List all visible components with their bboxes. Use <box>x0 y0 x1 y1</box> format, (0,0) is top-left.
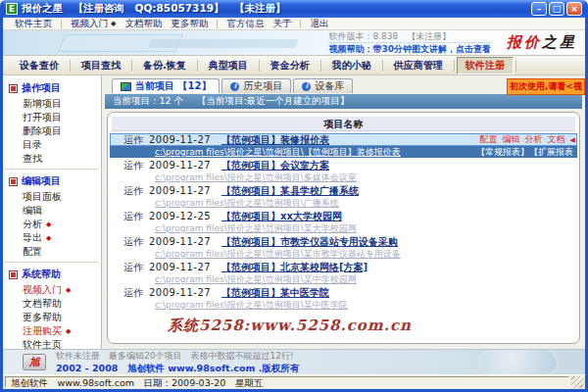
table-row-main[interactable]: 运作 2009-11-27 【范例项目】市教学仪器站专用设备采购 <box>110 235 577 248</box>
sidebar-item-register-buy[interactable]: 注册购买◆ <box>3 324 101 338</box>
menu-item-about[interactable]: 关于 <box>272 18 291 30</box>
version-text: 软件版本：8.838 【未注册】 <box>328 30 491 43</box>
section-bullet-icon <box>9 270 18 279</box>
action-configure[interactable]: 配置 <box>480 133 498 146</box>
project-name-link[interactable]: 【范例项目】北京某校网络[方案] <box>221 261 368 274</box>
toolbar-software-register-button[interactable]: 软件注册 <box>457 57 514 74</box>
tab-device-library[interactable]: i 设备库 <box>293 78 353 93</box>
project-path-link[interactable]: c:\program files\报价之星\范例项目\某中学校园网 <box>155 274 357 284</box>
project-table: 项目名称 运作 2009-11-27 【范例项目】装修报价表 配置 编辑 分析 … <box>107 112 580 344</box>
menu-label: 官方信息 <box>226 18 264 30</box>
sidebar-section-help: 系统帮助 <box>3 266 101 283</box>
minimize-icon[interactable]: – <box>531 2 547 16</box>
toolbar-supplier-mgmt-button[interactable]: 供应商管理 <box>385 57 452 74</box>
toolbar-separator <box>382 60 383 72</box>
sidebar-item-open-project[interactable]: 打开项目 <box>3 111 101 124</box>
sidebar-item-project-panel[interactable]: 项目面板 <box>3 190 101 204</box>
project-path-link[interactable]: c:\program files\报价之星\范例项目\某大学校园网 <box>155 223 357 233</box>
report-links[interactable]: 【常规报表】【扩展报表 <box>476 146 573 158</box>
toolbar-separator <box>131 60 132 72</box>
action-document[interactable]: 文档 <box>548 133 565 146</box>
sidebar-item-more-help[interactable]: 更多帮助 <box>3 311 101 324</box>
maximize-icon[interactable]: □ <box>549 2 564 16</box>
menu-item-official-info[interactable]: 官方信息 <box>226 18 264 30</box>
row-date: 2009-11-27 <box>149 236 221 247</box>
project-name-link[interactable]: 【范例项目】市教学仪器站专用设备采购 <box>221 235 398 249</box>
sidebar-item-find[interactable]: 查找 <box>3 152 101 166</box>
project-name-link[interactable]: 【范例项目】某县学校广播系统 <box>221 184 359 198</box>
toolbar-project-search-button[interactable]: 项目查找 <box>73 57 129 74</box>
sidebar-item-doc-help[interactable]: 文档帮助 <box>3 297 101 311</box>
toolbar-separator <box>259 60 260 72</box>
toolbar-separator <box>515 60 516 72</box>
table-row-main-selected[interactable]: 运作 2009-11-27 【范例项目】装修报价表 配置 编辑 分析 文档 ◀ <box>110 133 577 146</box>
project-path-link[interactable]: c:\program files\报价之星\范例项目\广播系统 <box>155 198 339 208</box>
table-row: 运作 2009-11-27 【范例项目】市教学仪器站专用设备采购 c:\prog… <box>110 235 577 260</box>
sidebar-item-video-intro[interactable]: 视频入门◆ <box>3 283 101 297</box>
table-row-main[interactable]: 运作 2009-11-27 【范例项目】某中医学院 <box>110 286 577 299</box>
section-title: 系统帮助 <box>22 268 61 281</box>
menu-item-video-intro[interactable]: 视频入门◆ <box>71 18 116 30</box>
project-path-link[interactable]: c:\program files\报价之星\范例项目\【范例项目】装修报价表 <box>155 146 401 158</box>
video-help-link[interactable]: 视频帮助：带30分钟图文讲解，点击查看 <box>328 43 491 55</box>
project-path-link[interactable]: c:\program files\报价之星\范例项目\某市教学仪器站专用设备 <box>155 249 401 259</box>
action-analyze[interactable]: 分析 <box>525 133 543 146</box>
vendor-copyright-link[interactable]: 2002 - 2008 旭创软件 www.98soft.com .版权所有 <box>56 363 299 375</box>
sidebar-item-export[interactable]: 导出◆ <box>3 231 101 245</box>
table-row-path: c:\program files\报价之星\范例项目\广播系统 <box>110 197 577 209</box>
diamond-icon: ◆ <box>66 324 71 338</box>
table-row: 运作 2009-11-27 【范例项目】会议室方案 c:\program fil… <box>110 159 577 183</box>
row-status: 运作 <box>123 261 149 274</box>
project-path-link[interactable]: c:\program files\报价之星\范例项目\某中医学院 <box>155 300 348 310</box>
sidebar-divider <box>5 169 99 170</box>
table-row-main[interactable]: 运作 2009-11-27 【范例项目】北京某校网络[方案] <box>110 261 577 273</box>
main-area: 操作项目 新增项目 打开项目 删除项目 目录 查找 编辑项目 项目面板 编辑 分… <box>3 75 585 349</box>
section-bullet-icon <box>9 84 18 93</box>
action-edit[interactable]: 编辑 <box>503 133 520 146</box>
tab-current-projects[interactable]: 当前项目 【12】 <box>112 78 220 93</box>
table-row-path: c:\program files\报价之星\范例项目\某中学校园网 <box>110 273 577 285</box>
sidebar-item-configure[interactable]: 配置 <box>3 245 101 259</box>
menu-label: 文档帮助 <box>124 18 162 30</box>
toolbar-my-secretary-button[interactable]: 我的小秘 <box>323 57 380 74</box>
project-count-text: 当前项目：12 个 <box>113 95 183 108</box>
sidebar-item-analyze[interactable]: 分析◆ <box>3 218 101 231</box>
menu-label: 更多帮助 <box>171 18 208 30</box>
menu-item-doc-help[interactable]: 文档帮助 <box>124 18 162 30</box>
row-status: 运作 <box>123 184 149 198</box>
table-row-main[interactable]: 运作 2009-12-25 【范例项目】xx大学校园网 <box>110 210 577 222</box>
tab-label: 历史项目 <box>243 79 282 93</box>
sidebar-item-new-project[interactable]: 新增项目 <box>3 97 101 111</box>
table-row-main[interactable]: 运作 2009-11-27 【范例项目】某县学校广播系统 <box>110 184 577 197</box>
resize-grip[interactable] <box>571 376 583 388</box>
row-status: 运作 <box>123 286 149 300</box>
row-date: 2009-11-27 <box>149 160 221 171</box>
toolbar-device-price-button[interactable]: 设备查价 <box>11 57 68 74</box>
tab-history-projects[interactable]: i 历史项目 <box>221 78 291 93</box>
menu-item-software-home[interactable]: 软件主页 <box>15 18 52 30</box>
toolbar-typical-project-button[interactable]: 典型项目 <box>200 57 257 74</box>
table-row-path: c:\program files\报价之星\范例项目\某大学校园网 <box>110 222 577 234</box>
project-path-link[interactable]: c:\program files\报价之星\范例项目\多媒体会议室 <box>155 172 357 182</box>
sidebar-item-directory[interactable]: 目录 <box>3 138 101 152</box>
table-row-path: c:\program files\报价之星\范例项目\某市教学仪器站专用设备 <box>110 248 577 260</box>
close-icon[interactable]: × <box>566 2 582 16</box>
menu-label: 软件主页 <box>15 18 52 30</box>
menu-label: 退出 <box>310 18 328 30</box>
toolbar-backup-restore-button[interactable]: 备份.恢复 <box>134 57 195 74</box>
project-name-link[interactable]: 【范例项目】会议室方案 <box>221 159 329 172</box>
menu-item-more-help[interactable]: 更多帮助 <box>171 18 208 30</box>
app-window: E 报价之星 【注册咨询 QQ:85057319】 【未注册】 – □ × 软件… <box>0 0 588 392</box>
project-name-link[interactable]: 【范例项目】xx大学校园网 <box>221 210 342 223</box>
app-icon: E <box>6 3 18 15</box>
table-row-path: c:\program files\报价之星\范例项目\某中医学院 <box>110 299 577 311</box>
info-icon: i <box>230 82 239 91</box>
toolbar-fund-analysis-button[interactable]: 资金分析 <box>262 57 318 74</box>
table-row-main[interactable]: 运作 2009-11-27 【范例项目】会议室方案 <box>110 159 577 172</box>
sidebar-item-edit[interactable]: 编辑 <box>3 204 101 218</box>
project-name-link[interactable]: 【范例项目】装修报价表 <box>221 133 329 147</box>
first-use-notice-badge[interactable]: 初次使用,请看<视 <box>507 78 585 95</box>
sidebar-item-delete-project[interactable]: 删除项目 <box>3 124 101 138</box>
project-name-link[interactable]: 【范例项目】某中医学院 <box>221 286 329 300</box>
menu-item-exit[interactable]: 退出 <box>310 18 328 30</box>
